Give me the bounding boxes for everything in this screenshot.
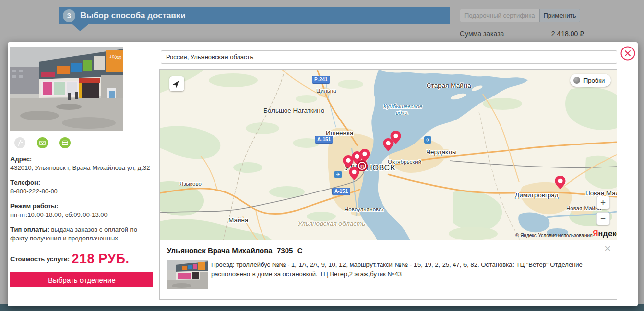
selected-point-marker[interactable]: Я bbox=[358, 162, 366, 170]
step-pointer bbox=[72, 24, 88, 31]
pickup-point-pin[interactable] bbox=[359, 149, 370, 163]
phone-block: Телефон: 8-800-222-80-00 bbox=[10, 178, 153, 195]
service-cost-label: Стоимость услуги: bbox=[10, 255, 70, 263]
payment-type-label: Тип оплаты: bbox=[10, 226, 49, 233]
copyright-text: © Яндекс bbox=[515, 233, 537, 238]
point-title: Ульяновск Врача Михайлова_7305_С bbox=[167, 246, 303, 255]
service-cost-row: Стоимость услуги: 218 РУБ. bbox=[10, 251, 157, 266]
address-block: Адрес: 432010, Ульяновск г, Врача Михайл… bbox=[10, 155, 153, 172]
payment-type-block: Тип оплаты: выдача заказов с оплатой по … bbox=[10, 225, 153, 243]
office-photo: 10000 bbox=[10, 47, 123, 131]
point-thumbnail bbox=[167, 260, 208, 289]
order-sum-label: Сумма заказа bbox=[460, 30, 504, 38]
work-hours-block: Режим работы: пн-пт:10.00-18.00, сб:09.0… bbox=[10, 202, 153, 219]
region-search-input[interactable] bbox=[161, 50, 617, 64]
traffic-label: Пробки bbox=[583, 77, 605, 84]
phone-value: 8-800-222-80-00 bbox=[10, 187, 153, 196]
navigation-arrow-icon bbox=[170, 77, 183, 90]
order-sum-value: 2 418.00 ₽ bbox=[543, 30, 584, 38]
select-office-button[interactable]: Выбрать отделение bbox=[10, 272, 153, 287]
service-icons-row bbox=[14, 137, 157, 148]
map-container: ЦильнаБольшое НагаткиноСтарая МайнаКуйбы… bbox=[159, 69, 617, 300]
map-canvas[interactable]: ЦильнаБольшое НагаткиноСтарая МайнаКуйбы… bbox=[160, 70, 617, 240]
traffic-button[interactable]: Пробки bbox=[570, 74, 611, 87]
point-description: Проезд: троллейбус №№ - 1, 1А, 2А, 9, 10… bbox=[211, 260, 603, 279]
modal-close-button[interactable] bbox=[620, 46, 636, 61]
work-hours-label: Режим работы: bbox=[10, 202, 153, 211]
page: 3 Выбор способа доставки Применить Сумма… bbox=[0, 0, 644, 311]
service-cost-value: 218 РУБ. bbox=[72, 251, 130, 266]
close-icon bbox=[620, 46, 636, 61]
zoom-in-button[interactable]: + bbox=[596, 196, 610, 209]
step-header: 3 Выбор способа доставки bbox=[59, 7, 450, 24]
step-title: Выбор способа доставки bbox=[80, 7, 186, 24]
envelope-icon bbox=[37, 137, 48, 148]
apply-certificate-button[interactable]: Применить bbox=[539, 9, 580, 22]
pickup-point-pin[interactable] bbox=[349, 167, 359, 181]
map-copyright: © Яндекс Условия использования bbox=[515, 233, 593, 238]
work-hours-value: пн-пт:10.00-18.00, сб:09.00-13.00 bbox=[10, 211, 153, 219]
office-details-panel: 10000 bbox=[10, 47, 157, 287]
gift-certificate-input[interactable] bbox=[460, 9, 539, 22]
pickup-point-pin[interactable] bbox=[555, 176, 566, 190]
delivery-point-modal: 10000 bbox=[8, 42, 638, 306]
zoom-out-button[interactable]: − bbox=[596, 212, 610, 225]
pickup-point-pin[interactable] bbox=[390, 131, 401, 144]
address-label: Адрес: bbox=[10, 155, 153, 164]
yandex-logo[interactable]: Яндекс bbox=[593, 229, 617, 238]
address-value: 432010, Ульяновск г, Врача Михайлова ул,… bbox=[10, 164, 153, 172]
info-close-button[interactable]: × bbox=[604, 243, 611, 254]
map-pins-layer bbox=[160, 70, 617, 240]
bank-card-icon bbox=[59, 137, 71, 148]
terms-link[interactable]: Условия использования bbox=[538, 233, 593, 238]
phone-label: Телефон: bbox=[10, 178, 153, 187]
geolocation-button[interactable] bbox=[169, 76, 184, 91]
step-number-badge: 3 bbox=[63, 9, 75, 22]
courier-walk-icon bbox=[14, 137, 25, 148]
point-info-panel: Ульяновск Врача Михайлова_7305_С bbox=[160, 240, 617, 299]
traffic-icon bbox=[573, 77, 580, 84]
